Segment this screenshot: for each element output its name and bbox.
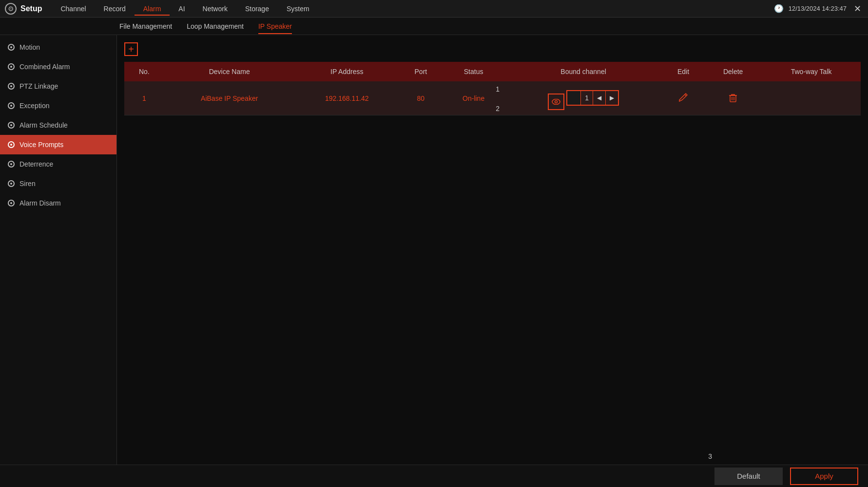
col-bound-channel: Bound channel [504,62,662,81]
topnav: Channel Record Alarm AI Network Storage … [52,2,773,16]
col-port: Port [399,62,443,81]
channel-next-button[interactable]: ▶ [605,91,618,105]
sidebar-item-siren[interactable]: Siren [0,174,116,193]
channel-number: 1 [581,94,593,102]
sidebar-item-alarm-schedule[interactable]: Alarm Schedule [0,115,116,135]
channel-selector: 1 ◀ ▶ [566,90,619,106]
sidebar-label-motion: Motion [19,43,40,51]
svg-rect-2 [730,95,736,102]
dot-icon [8,180,15,187]
subnav-file-management[interactable]: File Management [119,19,172,34]
table-row: 1 AiBase IP Speaker 192.168.11.42 80 On-… [124,81,861,115]
dot-icon [8,102,15,109]
sidebar-item-deterrence[interactable]: Deterrence [0,154,116,174]
subnav-ip-speaker[interactable]: IP Speaker [258,19,292,34]
add-button[interactable]: + [124,42,138,56]
annotation-1: 1 [496,85,500,93]
sidebar-label-combined-alarm: Combined Alarm [19,63,70,71]
datetime-display: 12/13/2024 14:23:47 [789,5,847,12]
app-logo: ⚙ Setup [5,3,42,15]
sidebar: Motion Combined Alarm PTZ Linkage Except… [0,35,117,465]
dot-icon [8,161,15,168]
close-button[interactable]: ✕ [851,3,863,15]
col-status: Status [443,62,504,81]
speakers-table: No. Device Name IP Address Port Status B… [124,62,861,115]
sidebar-item-ptz-linkage[interactable]: PTZ Linkage [0,76,116,96]
cell-bound-channel: 1 2 1 ◀ ▶ [504,81,662,115]
topbar: ⚙ Setup Channel Record Alarm AI Network … [0,0,868,18]
dot-icon [8,83,15,90]
dot-icon [8,200,15,206]
dot-icon [8,44,15,51]
topnav-network[interactable]: Network [194,2,236,16]
cell-port: 80 [399,81,443,115]
cell-edit [662,81,704,115]
content-area: + No. Device Name IP Address Port Status… [117,35,868,465]
topbar-right: 🕐 12/13/2024 14:23:47 ✕ [774,3,863,15]
clock-icon: 🕐 [774,4,784,13]
sidebar-label-deterrence: Deterrence [19,160,53,168]
annotation-2: 2 [496,105,500,112]
channel-checkbox[interactable] [567,91,581,105]
sidebar-label-ptz-linkage: PTZ Linkage [19,82,58,90]
dot-icon [8,141,15,148]
default-button[interactable]: Default [714,468,783,485]
topnav-ai[interactable]: AI [170,2,193,16]
dot-icon [8,63,15,70]
svg-point-1 [555,101,558,103]
cell-device-name: AiBase IP Speaker [164,81,295,115]
gear-icon: ⚙ [5,3,17,15]
sidebar-label-exception: Exception [19,102,49,110]
cell-delete [704,81,762,115]
dot-icon [8,122,15,129]
delete-button[interactable] [728,92,738,103]
sidebar-label-alarm-schedule: Alarm Schedule [19,121,68,129]
channel-prev-button[interactable]: ◀ [593,91,605,105]
col-two-way-talk: Two-way Talk [762,62,861,81]
edit-button[interactable] [678,92,689,103]
topnav-system[interactable]: System [278,2,318,16]
topnav-storage[interactable]: Storage [236,2,278,16]
subnav-loop-management[interactable]: Loop Management [187,19,244,34]
eye-button[interactable] [548,94,564,110]
cell-two-way-talk [762,81,861,115]
cell-no: 1 [124,81,164,115]
sidebar-label-alarm-disarm: Alarm Disarm [19,199,61,207]
col-no: No. [124,62,164,81]
sidebar-item-exception[interactable]: Exception [0,96,116,115]
cell-status: On-line [443,81,504,115]
col-delete: Delete [704,62,762,81]
col-edit: Edit [662,62,704,81]
bottombar: 3 Default Apply [0,465,868,487]
topnav-record[interactable]: Record [95,2,135,16]
annotation-3: 3 [708,452,712,460]
main-layout: Motion Combined Alarm PTZ Linkage Except… [0,35,868,465]
svg-point-0 [552,99,560,105]
cell-ip-address: 192.168.11.42 [295,81,399,115]
app-title: Setup [20,4,42,13]
sidebar-item-combined-alarm[interactable]: Combined Alarm [0,57,116,76]
col-device-name: Device Name [164,62,295,81]
table-header-row: No. Device Name IP Address Port Status B… [124,62,861,81]
topnav-channel[interactable]: Channel [52,2,95,16]
sidebar-label-siren: Siren [19,180,36,187]
sidebar-item-alarm-disarm[interactable]: Alarm Disarm [0,193,116,213]
sidebar-item-motion[interactable]: Motion [0,37,116,57]
subnav: File Management Loop Management IP Speak… [0,18,868,35]
sidebar-item-voice-prompts[interactable]: Voice Prompts [0,135,116,154]
apply-button[interactable]: Apply [790,468,858,485]
sidebar-label-voice-prompts: Voice Prompts [19,141,63,149]
col-ip-address: IP Address [295,62,399,81]
topnav-alarm[interactable]: Alarm [135,2,170,16]
